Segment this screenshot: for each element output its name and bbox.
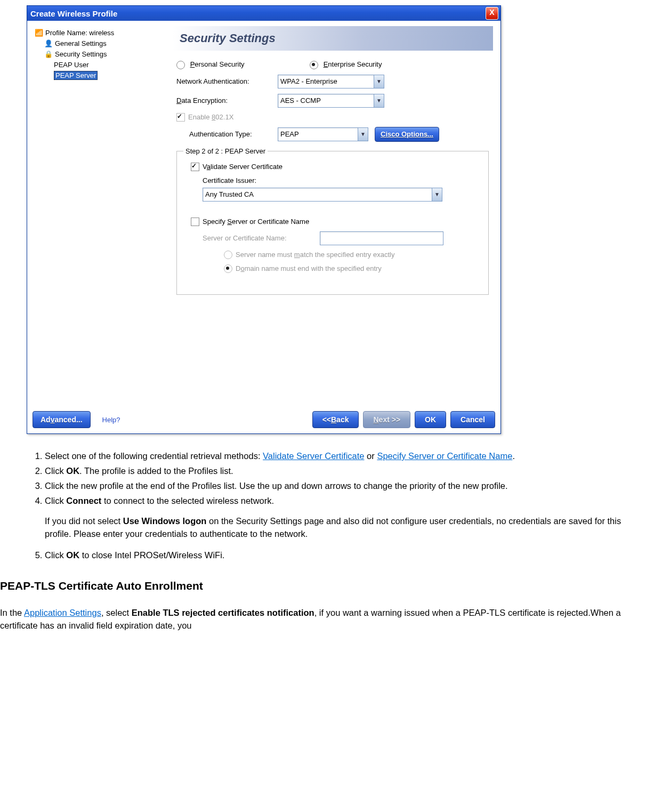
network-auth-select[interactable]: WPA2 - Enterprise ▼ — [278, 75, 384, 89]
specify-server-name-checkbox[interactable]: Specify Server or Certificate Name Speci… — [191, 218, 482, 226]
list-item: Click the new profile at the end of the … — [45, 480, 641, 493]
peap-server-step-box: Step 2 of 2 : PEAP Server Validate Serve… — [176, 147, 489, 295]
cancel-button[interactable]: Cancel — [450, 411, 495, 428]
data-encryption-select[interactable]: AES - CCMP ▼ — [278, 94, 384, 108]
cert-issuer-label: Certificate Issuer: — [203, 176, 482, 184]
auth-type-select[interactable]: PEAP ▼ — [278, 127, 368, 141]
enterprise-security-radio[interactable]: EEnterprise Securitynterprise Security — [310, 60, 382, 69]
validate-cert-checkbox[interactable]: Validate Server Certificate Validate Ser… — [191, 163, 482, 171]
select-value: AES - CCMP — [280, 97, 321, 104]
tree-item-security-settings[interactable]: 🔒 Security Settings — [33, 49, 165, 59]
radio-icon — [224, 251, 232, 259]
button-label: Cisco Options... — [381, 130, 433, 138]
user-icon: 👤 — [44, 39, 53, 47]
domain-end-radio: Domain name must end with the specified … — [203, 264, 482, 273]
select-value: WPA2 - Enterprise — [280, 77, 337, 85]
validate-server-cert-link[interactable]: Validate Server Certificate — [263, 451, 364, 461]
back-button[interactable]: << Back << Back — [312, 411, 359, 428]
list-item: Click Connect to connect to the selected… — [45, 495, 641, 541]
match-exact-radio: Server name must match the specified ent… — [203, 251, 482, 259]
chevron-down-icon: ▼ — [374, 94, 384, 107]
ok-button[interactable]: OK — [415, 411, 446, 428]
step-legend: Step 2 of 2 : PEAP Server — [183, 147, 268, 155]
radio-icon — [224, 264, 232, 273]
tree-item-profile[interactable]: 📶 Profile Name: wireless — [33, 27, 165, 38]
list-item: Click OK to close Intel PROSet/Wireless … — [45, 549, 641, 562]
chevron-down-icon: ▼ — [358, 128, 368, 141]
close-icon[interactable]: X — [486, 7, 498, 20]
auth-type-label: Authentication Type: — [189, 130, 278, 138]
checkbox-icon — [191, 218, 199, 226]
checkbox-icon — [176, 113, 185, 122]
radio-icon — [176, 61, 185, 69]
cisco-options-button[interactable]: Cisco Options... — [375, 127, 439, 142]
radio-icon — [310, 61, 318, 69]
server-name-input — [320, 231, 443, 245]
tree-item-label: PEAP Server — [54, 71, 98, 80]
profile-tree: 📶 Profile Name: wireless 👤 General Setti… — [30, 24, 167, 404]
tree-item-general-settings[interactable]: 👤 General Settings — [33, 38, 165, 49]
help-link[interactable]: Help? — [102, 416, 120, 424]
lock-icon: 🔒 — [44, 50, 53, 58]
window-title: Create Wireless Profile — [30, 9, 486, 18]
wifi-icon: 📶 — [35, 28, 43, 37]
titlebar: Create Wireless Profile X — [27, 6, 500, 21]
tree-item-label: Profile Name: wireless — [45, 29, 114, 37]
server-name-label: Server or Certificate Name: — [203, 234, 320, 242]
tree-item-peap-server[interactable]: PEAP Server — [33, 70, 165, 81]
list-item: Select one of the following credential r… — [45, 450, 641, 463]
banner-title: Security Settings — [172, 26, 493, 51]
cert-issuer-select[interactable]: Any Trusted CA ▼ — [203, 188, 442, 202]
enable-8021x-checkbox: Enable 802.1X Enable 802.1X — [176, 113, 489, 122]
select-value: PEAP — [280, 130, 299, 138]
doc-text: Select one of the following credential r… — [0, 434, 646, 632]
checkbox-icon — [191, 163, 199, 171]
select-value: Any Trusted CA — [205, 190, 254, 198]
tree-item-label: PEAP User — [54, 61, 89, 69]
personal-security-radio[interactable]: PPersonal Securityersonal Security — [176, 60, 310, 69]
section-heading: PEAP-TLS Certificate Auto Enrollment — [0, 578, 646, 594]
application-settings-link[interactable]: Application Settings — [24, 608, 101, 617]
tree-item-label: General Settings — [55, 39, 107, 47]
create-wireless-profile-window: Create Wireless Profile X 📶 Profile Name… — [27, 5, 501, 434]
chevron-down-icon: ▼ — [374, 75, 384, 88]
tree-item-peap-user[interactable]: PEAP User — [33, 59, 165, 70]
network-auth-label: Network Authentication: — [176, 77, 278, 85]
advanced-button[interactable]: Advanced... Advanced... — [33, 411, 91, 428]
content-pane: Security Settings PPersonal Securityerso… — [170, 24, 497, 404]
next-button: Next >> Next >> — [363, 411, 410, 428]
tree-item-label: Security Settings — [55, 50, 107, 58]
chevron-down-icon: ▼ — [432, 188, 442, 201]
specify-server-name-link[interactable]: Specify Server or Certificate Name — [377, 451, 512, 461]
list-item: Click OK. The profile is added to the Pr… — [45, 465, 641, 478]
